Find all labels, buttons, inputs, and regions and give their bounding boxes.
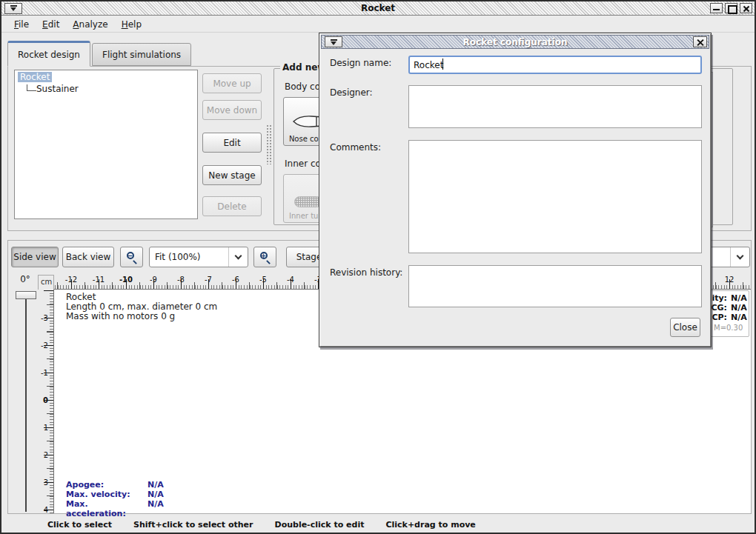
move-down-button[interactable]: Move down (202, 100, 262, 120)
slider-thumb[interactable] (16, 291, 36, 299)
v-ruler-label: 0 (43, 396, 48, 404)
window-titlebar[interactable]: Rocket (1, 1, 755, 16)
tab-bar: Rocket design Flight simulations (7, 41, 193, 66)
designer-field[interactable] (408, 85, 702, 128)
slider-track (25, 293, 27, 512)
tab-rocket-design[interactable]: Rocket design (7, 41, 90, 67)
status-hint: Shift+click to select other (133, 520, 253, 530)
split-handle[interactable] (266, 124, 272, 164)
chevron-down-icon (737, 253, 744, 260)
revision-history-field[interactable] (408, 265, 702, 307)
design-name-field[interactable] (408, 56, 702, 74)
dialog-titlebar[interactable]: Rocket configuration (321, 35, 709, 49)
menubar: File Edit Analyze Help (1, 16, 755, 33)
comments-field[interactable] (408, 140, 702, 253)
h-ruler-label: -12 (65, 276, 77, 284)
window-title: Rocket (1, 3, 755, 13)
v-ruler-label: -1 (41, 369, 48, 377)
status-hint: Click+drag to move (385, 520, 475, 530)
rotation-angle-label: 0° (13, 274, 38, 287)
back-view-button[interactable]: Back view (62, 247, 114, 267)
menu-help[interactable]: Help (116, 18, 147, 31)
tab-flight-simulations[interactable]: Flight simulations (92, 43, 191, 66)
revision-history-label: Revision history: (330, 265, 408, 307)
magnifier-minus-icon: − (126, 251, 138, 263)
zoom-level-select[interactable]: Fit (100%) (149, 247, 248, 267)
dialog-close-button[interactable]: Close (670, 318, 700, 337)
delete-button[interactable]: Delete (202, 196, 262, 216)
mach-indicator: M=0.30 (714, 323, 749, 333)
chevron-down-icon (235, 253, 242, 260)
menu-analyze[interactable]: Analyze (67, 18, 113, 31)
h-ruler-label: -9 (150, 276, 157, 284)
side-view-button[interactable]: Side view (11, 247, 59, 267)
new-stage-button[interactable]: New stage (202, 165, 262, 185)
designer-label: Designer: (330, 85, 408, 128)
maximize-button[interactable] (725, 3, 737, 13)
move-up-button[interactable]: Move up (202, 73, 262, 93)
minimize-button[interactable] (710, 3, 723, 13)
h-ruler-label: -11 (93, 276, 105, 284)
tree-connector (27, 84, 36, 91)
v-ruler-label: -3 (41, 314, 48, 322)
main-window: Rocket File Edit Analyze Help Rocket des… (0, 0, 756, 534)
window-menu-button[interactable] (4, 3, 22, 14)
dialog-menu-button[interactable] (325, 36, 342, 47)
rocket-summary: Rocket Length 0 cm, max. diameter 0 cm M… (66, 293, 217, 321)
zoom-level-value: Fit (100%) (150, 252, 228, 262)
zoom-in-button[interactable]: + (253, 247, 276, 267)
rocket-configuration-dialog: Rocket configuration Design name: Design… (319, 33, 712, 347)
v-ruler-label: 3 (44, 478, 48, 487)
close-button[interactable] (740, 3, 752, 13)
status-hint: Click to select (47, 520, 112, 530)
status-hint: Double-click to edit (275, 520, 365, 530)
v-ruler-label: 4 (44, 506, 48, 514)
flight-stats: Apogee:N/A Max. velocity:N/A Max. accele… (66, 480, 164, 518)
component-tree[interactable]: Rocket Sustainer (14, 70, 198, 219)
tree-item-rocket[interactable]: Rocket (18, 72, 52, 82)
menu-edit[interactable]: Edit (37, 18, 64, 31)
comments-label: Comments: (330, 140, 408, 253)
h-ruler-label: -8 (177, 276, 185, 284)
magnifier-plus-icon: + (259, 251, 271, 263)
h-ruler-label: -7 (205, 276, 212, 284)
dialog-close-icon-button[interactable] (693, 36, 707, 47)
h-ruler-label: -5 (259, 276, 267, 284)
menu-file[interactable]: File (9, 18, 34, 31)
design-name-label: Design name: (330, 56, 408, 74)
h-ruler-label: -10 (119, 276, 133, 284)
vertical-ruler: -3-2-101234 (38, 290, 54, 513)
h-ruler-label: 12 (725, 276, 735, 284)
dialog-title: Rocket configuration (322, 37, 709, 47)
window-menu-icon (331, 39, 337, 45)
window-menu-icon (10, 5, 17, 11)
status-hints: Click to selectShift+click to select oth… (1, 516, 755, 533)
rotation-slider[interactable] (14, 288, 38, 513)
v-ruler-label: 2 (44, 451, 48, 459)
v-ruler-label: 1 (44, 424, 48, 432)
h-ruler-label: -4 (287, 276, 294, 284)
zoom-out-button[interactable]: − (120, 247, 143, 267)
tree-item-sustainer[interactable]: Sustainer (36, 84, 79, 94)
ruler-unit-label: cm (38, 275, 54, 290)
v-ruler-label: -2 (41, 341, 48, 350)
edit-button[interactable]: Edit (202, 133, 262, 153)
h-ruler-label: -6 (232, 276, 239, 284)
text-caret (442, 59, 443, 70)
